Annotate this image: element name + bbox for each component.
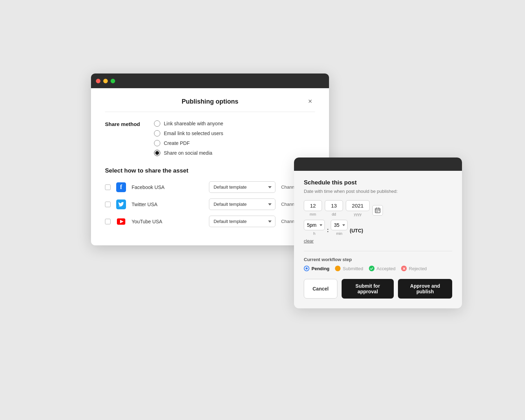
time-minute-wrap: 35 40 45 min xyxy=(331,220,348,236)
radio-link-label: Link shareable with anyone xyxy=(164,121,223,126)
date-mm-input[interactable] xyxy=(304,200,322,211)
date-mm-label: mm xyxy=(310,212,316,216)
modal-title: Publishing options xyxy=(182,98,238,105)
date-dd-label: dd xyxy=(332,212,336,216)
accepted-dot xyxy=(369,266,374,271)
modal-header: Publishing options × xyxy=(105,98,315,112)
twitter-logo xyxy=(116,200,126,209)
workflow-section: Current workflow step Pending Submitted xyxy=(304,251,452,271)
channel-row-twitter: Twitter USA Default template Custom temp… xyxy=(105,198,315,210)
action-buttons: Cancel Submit for approval Approve and p… xyxy=(304,279,452,299)
schedule-panel-titlebar xyxy=(294,158,462,171)
youtube-logo xyxy=(116,217,126,226)
time-hour-select[interactable]: 5pm 6pm 7pm xyxy=(304,220,325,230)
workflow-label: Current workflow step xyxy=(304,257,452,262)
radio-social-media[interactable]: Share on social media xyxy=(154,150,223,156)
date-yyyy-input[interactable] xyxy=(346,200,370,211)
utc-label: (UTC) xyxy=(350,228,363,236)
modal-close-button[interactable]: × xyxy=(305,96,315,107)
youtube-channel-name: YouTube USA xyxy=(132,219,203,224)
youtube-icon xyxy=(116,217,126,226)
submitted-dot xyxy=(335,266,341,271)
youtube-checkbox[interactable] xyxy=(105,219,111,224)
twitter-icon xyxy=(116,200,126,209)
time-row: 5pm 6pm 7pm h : 35 40 45 min (UTC) xyxy=(304,220,452,236)
time-hour-wrap: 5pm 6pm 7pm h xyxy=(304,220,325,236)
time-minute-select[interactable]: 35 40 45 xyxy=(331,220,348,230)
rejected-dot xyxy=(401,266,407,271)
time-h-label: h xyxy=(313,231,315,236)
svg-rect-7 xyxy=(377,210,378,211)
date-yyyy-label: yyyy xyxy=(354,212,362,216)
modal-body: Publishing options × Share method Link s… xyxy=(91,88,329,245)
schedule-subtitle: Date with time when post should be publi… xyxy=(304,188,452,195)
asset-section: Select how to share the asset f Facebook… xyxy=(105,167,315,227)
workflow-step-accepted: Accepted xyxy=(369,266,396,271)
radio-email-link[interactable]: Email link to selected users xyxy=(154,130,223,136)
workflow-step-pending: Pending xyxy=(304,266,329,271)
publishing-options-modal: Publishing options × Share method Link s… xyxy=(91,74,329,245)
date-dd-wrap: dd xyxy=(325,200,343,216)
workflow-steps: Pending Submitted Accepted xyxy=(304,266,452,271)
workflow-step-submitted: Submitted xyxy=(335,266,363,271)
accepted-label: Accepted xyxy=(377,266,396,271)
facebook-template-select[interactable]: Default template Custom template 1 xyxy=(209,181,275,193)
submit-for-approval-button[interactable]: Submit for approval xyxy=(342,279,394,299)
radio-pdf-label: Create PDF xyxy=(164,140,190,146)
twitter-checkbox[interactable] xyxy=(105,202,111,207)
channel-row-youtube: YouTube USA Default template Custom temp… xyxy=(105,216,315,227)
pending-dot xyxy=(304,266,309,271)
radio-pdf-input[interactable] xyxy=(154,140,160,146)
facebook-logo: f xyxy=(116,182,126,192)
pending-label: Pending xyxy=(312,266,329,271)
calendar-icon[interactable] xyxy=(372,205,383,216)
radio-email-input[interactable] xyxy=(154,130,160,136)
radio-email-label: Email link to selected users xyxy=(164,131,223,136)
svg-rect-10 xyxy=(377,211,378,212)
date-yyyy-wrap: yyyy xyxy=(346,200,370,216)
radio-create-pdf[interactable]: Create PDF xyxy=(154,140,223,146)
share-method-label: Share method xyxy=(105,120,140,156)
clear-date-link[interactable]: clear xyxy=(304,238,314,244)
channel-row-facebook: f Facebook USA Default template Custom t… xyxy=(105,181,315,193)
schedule-panel-body: Schedule this post Date with time when p… xyxy=(294,171,462,308)
date-mm-wrap: mm xyxy=(304,200,322,216)
twitter-channel-name: Twitter USA xyxy=(132,202,203,207)
schedule-title: Schedule this post xyxy=(304,179,452,186)
time-min-label: min xyxy=(336,231,342,236)
submitted-label: Submitted xyxy=(343,266,363,271)
facebook-channel-name: Facebook USA xyxy=(132,184,203,190)
svg-rect-8 xyxy=(379,210,379,211)
radio-social-label: Share on social media xyxy=(164,150,212,156)
approve-and-publish-button[interactable]: Approve and publish xyxy=(398,279,452,299)
share-method-section: Share method Link shareable with anyone … xyxy=(105,120,315,156)
facebook-icon: f xyxy=(116,182,126,192)
minimize-window-button[interactable] xyxy=(103,79,108,83)
radio-link-input[interactable] xyxy=(154,120,160,127)
time-colon: : xyxy=(327,227,329,236)
close-window-button[interactable] xyxy=(96,79,100,83)
svg-rect-9 xyxy=(376,211,377,212)
date-row: mm dd yyyy xyxy=(304,200,452,216)
modal-titlebar xyxy=(91,74,329,88)
share-method-radio-group: Link shareable with anyone Email link to… xyxy=(154,120,223,156)
workflow-step-rejected: Rejected xyxy=(401,266,427,271)
cancel-button[interactable]: Cancel xyxy=(304,279,337,299)
svg-rect-6 xyxy=(376,210,377,211)
facebook-checkbox[interactable] xyxy=(105,184,111,190)
radio-link-shareable[interactable]: Link shareable with anyone xyxy=(154,120,223,127)
rejected-label: Rejected xyxy=(409,266,427,271)
maximize-window-button[interactable] xyxy=(111,79,115,83)
youtube-template-select[interactable]: Default template Custom template 1 xyxy=(209,216,275,227)
date-dd-input[interactable] xyxy=(325,200,343,211)
asset-section-heading: Select how to share the asset xyxy=(105,167,315,174)
schedule-panel: Schedule this post Date with time when p… xyxy=(294,158,462,308)
twitter-template-select[interactable]: Default template Custom template 1 xyxy=(209,198,275,210)
radio-social-input[interactable] xyxy=(154,150,160,156)
